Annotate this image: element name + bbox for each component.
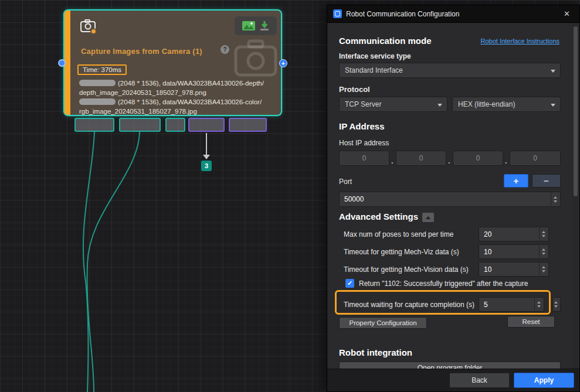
timeout-vision-input[interactable]: 10 — [479, 262, 549, 277]
back-button[interactable]: Back — [449, 373, 510, 388]
flow-arrowhead-icon — [203, 155, 210, 159]
flow-arrow — [206, 133, 207, 155]
output-port-1[interactable] — [74, 118, 114, 132]
spinner-icon[interactable] — [539, 246, 548, 258]
output-port-5[interactable] — [229, 118, 267, 132]
camera-watermark-icon — [232, 39, 279, 77]
reset-button[interactable]: Reset — [507, 316, 555, 328]
add-port-button[interactable]: + — [504, 174, 528, 188]
capture-images-node[interactable]: Capture Images from Camera (1) ? Time: 3… — [63, 9, 282, 116]
port-input[interactable]: 50000 — [339, 192, 561, 207]
advanced-settings-heading: Advanced Settings — [339, 212, 418, 221]
octet-dot: . — [391, 156, 394, 165]
redacted-pill — [79, 80, 116, 86]
spinner-stub[interactable] — [552, 297, 561, 312]
chevron-down-icon — [437, 104, 442, 107]
node-title: Capture Images from Camera (1) — [81, 47, 202, 56]
collapse-button[interactable] — [422, 213, 434, 222]
timeout-vision-label: Timeout for getting Mech-Vision data (s) — [344, 265, 469, 274]
execution-time-badge: Time: 370ms — [77, 64, 127, 75]
dialog-title: Robot Communication Configuration — [346, 10, 459, 18]
spinner-icon[interactable] — [539, 263, 548, 275]
max-poses-label: Max num of poses to send per time — [344, 230, 453, 238]
spinner-icon[interactable] — [551, 193, 559, 206]
chevron-down-icon — [551, 104, 555, 107]
redacted-pill — [79, 98, 116, 105]
spinner-icon[interactable] — [552, 298, 559, 311]
max-poses-input[interactable]: 20 — [479, 227, 549, 241]
scrollbar-handle[interactable] — [574, 26, 578, 196]
remove-port-button[interactable]: − — [532, 174, 561, 188]
host-ip-label: Host IP address — [339, 139, 389, 147]
robot-interface-instructions-link[interactable]: Robot Interface Instructions — [480, 38, 559, 45]
gear-icon — [90, 28, 97, 35]
output-port-2[interactable] — [119, 118, 161, 132]
port-label: Port — [339, 178, 352, 186]
ip-octet-4[interactable]: 0 — [510, 151, 561, 166]
format-dropdown[interactable]: HEX (little-endian) — [452, 97, 561, 112]
dialog-footer: Back Apply — [327, 369, 579, 391]
dialog-app-icon — [333, 9, 342, 18]
dialog-scrollbar[interactable] — [573, 23, 578, 369]
download-icon[interactable] — [259, 21, 270, 31]
flow-order-badge[interactable]: 3 — [201, 161, 212, 171]
ip-octet-2[interactable]: 0 — [396, 151, 446, 166]
highlight-annotation — [335, 290, 551, 315]
robot-integration-heading: Robot integration — [339, 347, 412, 357]
timeout-viz-label: Timeout for getting Mech-Viz data (s) — [344, 248, 459, 256]
protocol-label: Protocol — [339, 85, 370, 94]
apply-button[interactable]: Apply — [514, 373, 574, 388]
node-input-port-icon[interactable] — [58, 59, 66, 67]
octet-dot: . — [448, 156, 450, 165]
protocol-dropdown[interactable]: TCP Server — [339, 97, 447, 112]
node-action-bar — [235, 16, 277, 35]
add-port-icon[interactable]: + — [279, 59, 287, 67]
chevron-down-icon — [551, 70, 555, 73]
dialog-titlebar[interactable]: Robot Communication Configuration ✕ — [327, 5, 579, 23]
node-result-text: (2048 * 1536), data/WAA3023BA4130026-dep… — [79, 79, 276, 116]
close-icon[interactable]: ✕ — [560, 8, 574, 19]
ip-octet-3[interactable]: 0 — [453, 151, 503, 166]
octet-dot: . — [505, 156, 507, 165]
interface-service-type-label: Interface service type — [339, 52, 411, 60]
stage: 3 — [0, 0, 580, 392]
ip-octet-1[interactable]: 0 — [339, 151, 389, 166]
interface-service-type-dropdown[interactable]: Standard Interface — [339, 63, 561, 78]
spinner-icon[interactable] — [539, 228, 548, 240]
chevron-up-icon — [426, 216, 430, 219]
return-1102-label: Return "1102: Successfully triggered" af… — [359, 279, 528, 288]
robot-communication-dialog: Robot Communication Configuration ✕ Comm… — [327, 5, 580, 392]
ip-address-heading: IP Address — [339, 121, 385, 131]
property-configuration-button[interactable]: Property Configuration — [339, 317, 427, 329]
communication-mode-heading: Communication mode — [339, 36, 432, 46]
help-icon[interactable]: ? — [221, 45, 229, 54]
return-1102-checkbox[interactable]: ✓ — [345, 279, 354, 288]
image-preview-icon[interactable] — [242, 21, 256, 31]
output-port-3[interactable] — [165, 118, 185, 132]
timeout-viz-input[interactable]: 10 — [479, 244, 549, 259]
output-port-4[interactable] — [188, 118, 225, 132]
